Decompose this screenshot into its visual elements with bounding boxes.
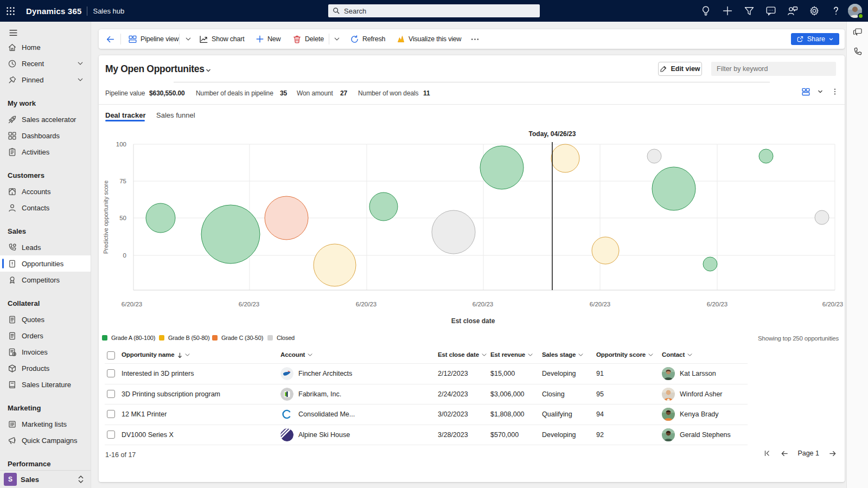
sidebar-item-quotes[interactable]: Quotes [0,311,91,328]
help-icon[interactable] [830,5,841,17]
sidebar-item-products[interactable]: Products [0,360,91,376]
lightbulb-icon[interactable] [700,5,711,17]
cell-contact[interactable]: Kenya Brady [662,408,719,421]
sidebar-item-recent[interactable]: Recent [0,55,91,72]
chevron-down-icon[interactable] [77,60,84,67]
brand-title[interactable]: Dynamics 365 [26,7,81,16]
row-checkbox[interactable] [107,369,115,377]
bubble-grade-A[interactable] [480,146,524,189]
new-button[interactable]: New [255,29,280,49]
waffle-menu-icon[interactable] [0,0,21,22]
gear-icon[interactable] [808,5,820,17]
cell-opportunity-name[interactable]: 12 MK1 Printer [122,410,167,418]
phone-dialer-icon[interactable] [853,47,863,57]
cell-contact[interactable]: Winford Asher [662,388,723,401]
chat-icon[interactable] [765,5,776,17]
teams-chat-icon[interactable] [853,27,863,37]
person-feedback-icon[interactable] [787,5,798,17]
more-options-kebab-icon[interactable] [830,87,840,97]
column-header-opportnity-score[interactable]: Opportnity score [596,351,654,358]
sidebar-item-contacts[interactable]: Contacts [0,200,91,216]
hamburger-menu-icon[interactable] [5,26,21,39]
bubble-grade-B[interactable] [551,144,579,172]
area-switcher[interactable]: S Sales [0,470,91,488]
bubble-grade-B[interactable] [314,244,356,286]
pipeline-view-button[interactable]: Pipeline view [128,29,178,49]
page-title[interactable]: My Open Opportunites [105,63,205,75]
bubble-grade-A[interactable] [652,167,695,210]
cell-contact[interactable]: Gerald Stephens [662,428,731,441]
row-checkbox[interactable] [107,390,115,398]
column-header-contact[interactable]: Contact [662,351,693,358]
cell-account[interactable]: Fincher Architects [280,367,352,380]
first-page-icon[interactable] [763,449,771,458]
table-row[interactable]: 12 MK1 PrinterConsolidated Me...3/02/202… [99,404,748,424]
card-view-icon[interactable] [801,87,810,97]
bubble-grade-C[interactable] [265,196,308,240]
bubble-grade-A[interactable] [146,203,175,233]
sidebar-item-marketing-lists[interactable]: Marketing lists [0,416,91,432]
sidebar-item-competitors[interactable]: Competitors [0,272,91,288]
view-selector-chevron-icon[interactable] [205,67,212,74]
cell-account[interactable]: Alpine Ski House [280,428,350,441]
bubble-grade-closed[interactable] [647,149,661,163]
cell-opportunity-name[interactable]: Interested in 3D printers [122,370,194,377]
view-switcher-chevron-icon[interactable] [815,87,825,97]
global-search-input[interactable]: Search [328,4,540,17]
column-header-est-revenue[interactable]: Est revenue [490,351,533,358]
app-name[interactable]: Sales hub [93,7,124,15]
cell-contact[interactable]: Kat Larsson [662,367,716,380]
sidebar-item-orders[interactable]: Orders [0,328,91,344]
more-commands-button[interactable] [470,29,480,49]
edit-view-button[interactable]: Edit view [658,62,702,76]
visualize-this-view-button[interactable]: Visualize this view [396,29,461,49]
column-header-account[interactable]: Account [280,351,313,358]
back-button[interactable] [106,29,115,49]
sidebar-item-dashboards[interactable]: Dashboards [0,127,91,144]
bubble-grade-closed[interactable] [815,210,829,224]
sidebar-item-opportunities[interactable]: Opportunities [0,255,91,272]
row-checkbox[interactable] [107,410,115,418]
sidebar-item-quick-campaigns[interactable]: Quick Campaigns [0,432,91,448]
sidebar-item-activities[interactable]: Activities [0,144,91,160]
delete-button[interactable]: Delete [292,29,324,49]
table-row[interactable]: DV1000 Series XAlpine Ski House3/28/2023… [99,425,748,445]
table-row[interactable]: 3D Printing subscription programFabrikam… [99,384,748,404]
sidebar-item-pinned[interactable]: Pinned [0,72,91,88]
tab-sales-funnel[interactable]: Sales funnel [156,107,195,123]
pipeline-view-dropdown[interactable] [183,29,193,49]
sidebar-item-home[interactable]: Home [0,39,91,55]
column-header-opportunity-name[interactable]: Opportunity name [122,351,190,358]
bubble-grade-closed[interactable] [432,210,475,254]
refresh-button[interactable]: Refresh [350,29,385,49]
bubble-grade-A[interactable] [369,192,398,221]
sidebar-item-leads[interactable]: Leads [0,239,91,255]
select-all-checkbox[interactable] [107,351,115,359]
table-row[interactable]: Interested in 3D printersFincher Archite… [99,363,748,383]
cell-account[interactable]: Consolidated Me... [280,408,355,421]
plus-icon[interactable] [722,5,733,17]
next-page-icon[interactable] [828,449,837,458]
cell-opportunity-name[interactable]: 3D Printing subscription program [122,390,220,398]
row-checkbox[interactable] [107,431,115,439]
filter-by-keyword-input[interactable]: Filter by keyword [711,62,836,76]
column-header-sales-stage[interactable]: Sales stage [542,351,584,358]
share-button[interactable]: Share [791,33,839,45]
bubble-grade-A[interactable] [703,257,717,271]
sidebar-item-accounts[interactable]: Accounts [0,183,91,200]
previous-page-icon[interactable] [780,449,789,458]
cell-opportunity-name[interactable]: DV1000 Series X [122,431,174,439]
show-chart-button[interactable]: Show chart [199,29,245,49]
sidebar-item-invoices[interactable]: Invoices [0,344,91,360]
bubble-grade-B[interactable] [592,237,619,264]
cell-account[interactable]: Fabrikam, Inc. [280,388,341,401]
bubble-grade-A[interactable] [759,149,773,163]
bubble-grade-A[interactable] [201,205,260,264]
column-header-est-close-date[interactable]: Est close date [438,351,487,358]
filter-icon[interactable] [743,5,755,17]
chevron-down-icon[interactable] [77,76,84,83]
sidebar-item-sales-accelerator[interactable]: Sales accelerator [0,111,91,127]
sidebar-item-sales-literature[interactable]: Sales Literature [0,376,91,393]
delete-dropdown[interactable] [332,29,341,49]
deal-tracker-bubble-chart[interactable]: 10075500Predictive opportunity scoreToda… [100,126,845,329]
